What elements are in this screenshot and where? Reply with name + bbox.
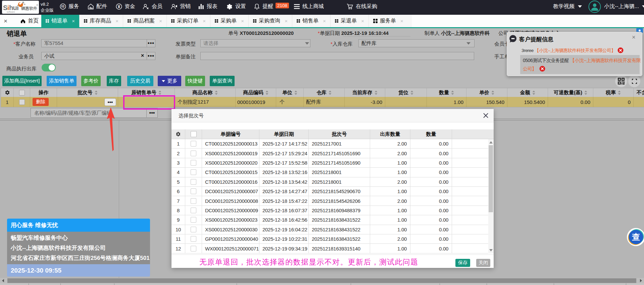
svg-text:Sihui: Sihui — [3, 4, 18, 11]
svg-text:software: software — [7, 11, 15, 13]
svg-text:查: 查 — [632, 232, 640, 241]
svg-text:特: 特 — [61, 5, 64, 8]
svg-text:¥: ¥ — [118, 4, 120, 9]
svg-text:驷惠软件: 驷惠软件 — [21, 6, 37, 11]
svg-text:®: ® — [36, 4, 38, 7]
